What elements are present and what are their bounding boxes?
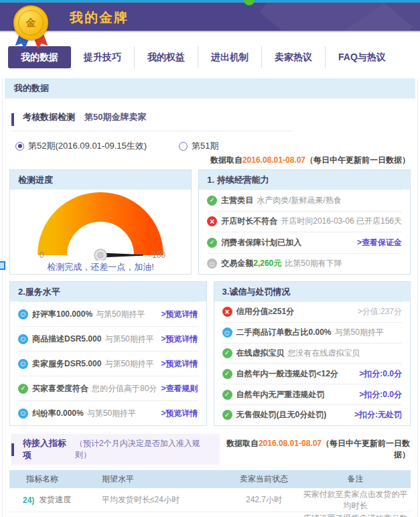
data-source-prefix: 数据取自	[210, 155, 242, 165]
preview-detail-link[interactable]: >预览详情	[161, 408, 198, 419]
remark: 店铺设置了退货承诺的商品数量，点击设置	[300, 513, 411, 517]
current-status: 242.7小时	[228, 494, 300, 506]
row-text: 水产肉类/新鲜蔬果/熟食	[257, 195, 342, 206]
deduction-link[interactable]: >扣分:0.0分	[359, 368, 402, 380]
table-row: 7天 退货承诺 设置退货承诺商品数>0 0个 店铺设置了退货承诺的商品数量，点击…	[9, 512, 411, 517]
tab-my-benefits[interactable]: 我的权益	[134, 46, 198, 68]
tab-entry-exit-rules[interactable]: 进出机制	[198, 46, 261, 68]
panel-row: × 开店时长不符合 开店时间2016-03-06 已开店156天	[207, 211, 402, 232]
metric-name-cell: 24) 发货速度	[9, 494, 102, 506]
panel-progress-title: 检测进度	[10, 170, 191, 190]
panel-row: ☺ 纠纷率0.000% 与第50期持平 >预览详情	[18, 400, 198, 425]
data-source-date: 2016.08.01-08.07	[259, 439, 322, 448]
table-header-row: 指标名称 期望水平 卖家当前状态 备注	[9, 470, 411, 488]
row-text: 与第50期持平	[96, 309, 145, 320]
panel-row: ✓ 主营类目 水产肉类/新鲜蔬果/熟食	[207, 190, 402, 211]
row-label: 交易金额	[221, 258, 253, 269]
preview-detail-link[interactable]: >预览详情	[161, 358, 198, 370]
panel-progress: 检测进度 0 100	[9, 169, 192, 275]
row-label: 好评率100.000%	[32, 309, 92, 320]
panel-continuity-title: 1. 持续经营能力	[199, 170, 410, 190]
row-text: 与第50期持平	[104, 334, 153, 345]
pending-metrics-table: 指标名称 期望水平 卖家当前状态 备注 24) 发货速度 平均发货时长≤24小时…	[9, 470, 411, 517]
banner-decoration	[0, 3, 420, 31]
data-source-suffix: （每日中午更新前一日数据）	[322, 439, 410, 459]
row-label: 无售假处罚(且无0分处罚)	[236, 409, 327, 421]
medal-char: 金	[26, 17, 36, 29]
subtab-period50-sellers[interactable]: 第50期金牌卖家	[84, 108, 155, 131]
cross-icon: ×	[222, 307, 232, 317]
gauge-max-label: 100	[152, 250, 165, 260]
smile-icon: ☺	[222, 327, 232, 338]
data-source-date: 2016.08.01-08.07	[242, 155, 305, 165]
data-source-prefix: 数据取自	[226, 439, 259, 448]
medal-circle: 金	[13, 5, 48, 40]
panel-row: × 信用分值≥251分 >分值:237分	[222, 301, 403, 322]
tab-faq[interactable]: FAQ与热议	[325, 46, 399, 68]
neutral-face-icon: ☺	[207, 258, 217, 269]
tab-seller-discussion[interactable]: 卖家热议	[261, 46, 325, 68]
purple-bar	[11, 113, 14, 126]
panel-row: ☺ 卖家服务DSR5.000 与第50期持平 >预览详情	[18, 351, 198, 376]
smile-icon: ☺	[18, 359, 28, 369]
data-source-note-top: 数据取自2016.08.01-08.07（每日中午更新前一日数据）	[5, 155, 410, 166]
tab-improve-skills[interactable]: 提升技巧	[71, 46, 134, 68]
col-header-current-status: 卖家当前状态	[228, 473, 300, 485]
radio-period-52-label: 第52期(2016.09.01-09.15生效)	[28, 140, 147, 152]
check-icon: ✓	[222, 348, 232, 358]
col-header-remark: 备注	[300, 473, 411, 485]
pending-section-header: 待接入指标项 （预计2个月内决定是否加入准入规则） 数据取自2016.08.01…	[11, 434, 410, 465]
panel-continuity: 1. 持续经营能力 ✓ 主营类目 水产肉类/新鲜蔬果/熟食 × 开店时长不符合 …	[198, 169, 411, 275]
gold-medal-icon: 金	[12, 5, 52, 51]
panel-integrity: 3.诚信与处罚情况 × 信用分值≥251分 >分值:237分 ☺ 二手商品订单数…	[214, 281, 411, 426]
radio-period-52[interactable]: 第52期(2016.09.01-09.15生效)	[15, 140, 147, 152]
subtab-assessment-check[interactable]: 考核数据检测	[23, 108, 84, 131]
panel-service: 2.服务水平 ☺ 好评率100.000% 与第50期持平 >预览详情 ☺ 商品描…	[9, 281, 207, 426]
trade-amount-value: 2,260元	[253, 258, 281, 269]
row-text: 与第50期持平	[104, 358, 153, 370]
panel-row: ☺ 好评率100.000% 与第50期持平 >预览详情	[18, 301, 198, 326]
row-label: 在线虚拟宝贝	[236, 348, 285, 359]
remark-text: 店铺设置了退货承诺的商品数量，	[303, 514, 408, 517]
view-rules-link[interactable]: >查看规则	[161, 383, 198, 394]
preview-detail-link[interactable]: >预览详情	[161, 309, 198, 320]
row-text: 比第50期有下降	[285, 258, 342, 269]
deduction-link[interactable]: >扣分:0.0分	[359, 389, 402, 400]
radio-period-51-label: 第51期	[192, 140, 218, 152]
credit-score-note: >分值:237分	[358, 306, 402, 317]
preview-detail-link[interactable]: >预览详情	[161, 334, 198, 345]
radio-unselected-icon[interactable]	[179, 142, 188, 151]
period-selector: 第52期(2016.09.01-09.15生效) 第51期	[15, 140, 415, 152]
view-deposit-link[interactable]: >查看保证金	[357, 237, 402, 248]
col-header-expected-level: 期望水平	[102, 473, 228, 485]
row-text: 与第50期持平	[87, 408, 136, 419]
row-text: 与第50期持平	[335, 327, 384, 338]
cross-icon: ×	[207, 216, 217, 226]
deduction-link[interactable]: >扣分:无处罚	[354, 409, 402, 421]
remark: 买家付款至卖家点击发货的平均时长	[300, 489, 411, 512]
purple-bar	[11, 443, 14, 456]
smile-icon: ☺	[18, 409, 28, 419]
pending-subtitle: （预计2个月内决定是否加入准入规则）	[75, 438, 209, 461]
panel-row: ☺ 二手商品订单数占比0.00% 与第50期持平	[222, 322, 403, 343]
gauge-min-label: 0	[40, 250, 44, 260]
panel-integrity-title: 3.诚信与处罚情况	[214, 282, 411, 301]
panels-row-1: 检测进度 0 100	[9, 169, 411, 275]
row-label: 卖家服务DSR5.000	[32, 358, 101, 370]
page-body: 我的数据 考核数据检测 第50期金牌卖家 第52期(2016.09.01-09.…	[2, 78, 418, 517]
panel-row: ☺ 商品描述DSR5.000 与第50期持平 >预览详情	[18, 326, 198, 351]
row-text: 开店时间2016-03-06 已开店156天	[281, 216, 402, 227]
main-tabbar: 我的数据 提升技巧 我的权益 进出机制 卖家热议 FAQ与热议	[8, 46, 420, 68]
panel-row: ✓ 买家喜爱度符合 您的分值高于80分 >查看规则	[18, 376, 198, 400]
radio-selected-icon[interactable]	[15, 142, 24, 151]
radio-period-51[interactable]: 第51期	[179, 140, 218, 152]
metric-name: 发货速度	[39, 494, 71, 506]
data-source-note-bottom: 数据取自2016.08.01-08.07（每日中午更新前一日数据）	[220, 438, 410, 461]
smile-icon: ☺	[18, 309, 28, 319]
check-icon: ✓	[207, 238, 217, 248]
table-row: 24) 发货速度 平均发货时长≤24小时 242.7小时 买家付款至卖家点击发货…	[9, 488, 411, 512]
speed-24-icon: 24)	[23, 496, 34, 505]
pending-title: 待接入指标项	[23, 437, 72, 461]
row-label: 开店时长不符合	[221, 216, 277, 227]
row-text: 您没有在线虚拟宝贝	[288, 348, 360, 359]
